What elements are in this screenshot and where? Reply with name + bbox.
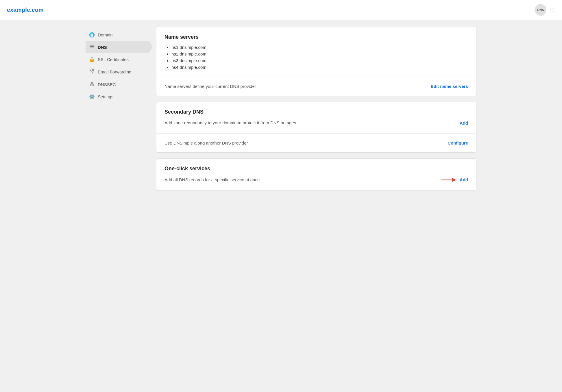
secondary-dns-row: Add zone redundancy to your domain to pr… (164, 120, 468, 126)
one-click-title: One-click services (164, 166, 468, 172)
top-bar: example.com DNS ☆ (0, 0, 562, 20)
edit-name-servers-button[interactable]: Edit name servers (431, 84, 468, 89)
page-wrapper: example.com DNS ☆ 🌐 Domain (0, 0, 562, 392)
secondary-dns-title: Secondary DNS (164, 109, 468, 115)
configure-button[interactable]: Configure (448, 140, 468, 145)
sidebar-item-dnssec[interactable]: DNSSEC (86, 78, 149, 90)
dns-badge: DNS (535, 4, 546, 16)
top-bar-right: DNS ☆ (535, 4, 555, 16)
name-servers-title: Name servers (164, 34, 468, 40)
sidebar-label-email: Email Forwarding (98, 69, 132, 74)
name-servers-card: Name servers ns1.dnsimple.com ns2.dnsimp… (156, 27, 476, 96)
secondary-dns-add-button[interactable]: Add (460, 121, 468, 125)
sidebar-item-email[interactable]: Email Forwarding (86, 66, 149, 78)
sidebar-label-ssl: SSL Certificates (98, 57, 129, 62)
secondary-dns-configure-section: Use DNSimple along another DNS provider … (156, 134, 476, 152)
one-click-add-button[interactable]: Add (460, 177, 468, 182)
dnssec-icon (89, 81, 95, 88)
list-item: ns2.dnsimple.com (171, 51, 468, 56)
sidebar-label-settings: Settings (98, 94, 113, 99)
list-item: ns4.dnsimple.com (171, 65, 468, 70)
name-servers-footer: Name servers define your current DNS pro… (156, 77, 476, 96)
one-click-row: Add all DNS records for a specific servi… (164, 176, 468, 183)
one-click-services-card: One-click services Add all DNS records f… (156, 158, 476, 191)
sidebar-label-domain: Domain (98, 32, 113, 37)
star-button[interactable]: ☆ (549, 7, 555, 13)
list-item: ns1.dnsimple.com (171, 45, 468, 50)
dns-icon (89, 44, 95, 50)
secondary-dns-section: Secondary DNS Add zone redundancy to you… (156, 102, 476, 134)
sidebar-item-domain[interactable]: 🌐 Domain (86, 29, 149, 40)
secondary-dns-configure-row: Use DNSimple along another DNS provider … (164, 140, 468, 145)
red-arrow-indicator: Add (441, 176, 468, 183)
svg-line-8 (91, 84, 92, 84)
domain-title[interactable]: example.com (7, 7, 44, 13)
globe-icon: 🌐 (89, 32, 95, 38)
one-click-description: Add all DNS records for a specific servi… (164, 177, 436, 182)
gear-icon: ⚙️ (89, 94, 95, 99)
name-servers-footer-text: Name servers define your current DNS pro… (164, 84, 426, 89)
lock-icon: 🔒 (89, 57, 95, 62)
nameserver-list: ns1.dnsimple.com ns2.dnsimple.com ns3.dn… (164, 45, 468, 70)
sidebar: 🌐 Domain DNS 🔒 SSL Certificates (86, 27, 149, 385)
secondary-dns-use-text: Use DNSimple along another DNS provider (164, 140, 443, 145)
secondary-dns-description: Add zone redundancy to your domain to pr… (164, 120, 297, 126)
svg-line-9 (92, 84, 93, 84)
arrow-svg (441, 176, 458, 183)
name-servers-section: Name servers ns1.dnsimple.com ns2.dnsimp… (156, 27, 476, 77)
sidebar-item-dns[interactable]: DNS (86, 41, 149, 53)
sidebar-item-ssl[interactable]: 🔒 SSL Certificates (86, 54, 149, 65)
one-click-section: One-click services Add all DNS records f… (156, 159, 476, 190)
main-content: Name servers ns1.dnsimple.com ns2.dnsimp… (156, 27, 476, 385)
secondary-dns-card: Secondary DNS Add zone redundancy to you… (156, 102, 476, 153)
content-area: 🌐 Domain DNS 🔒 SSL Certificates (79, 20, 483, 392)
sidebar-label-dns: DNS (98, 45, 107, 50)
name-servers-footer-row: Name servers define your current DNS pro… (164, 84, 468, 89)
sidebar-item-settings[interactable]: ⚙️ Settings (86, 91, 149, 102)
paper-plane-icon (89, 69, 95, 75)
sidebar-label-dnssec: DNSSEC (98, 82, 116, 87)
list-item: ns3.dnsimple.com (171, 58, 468, 63)
